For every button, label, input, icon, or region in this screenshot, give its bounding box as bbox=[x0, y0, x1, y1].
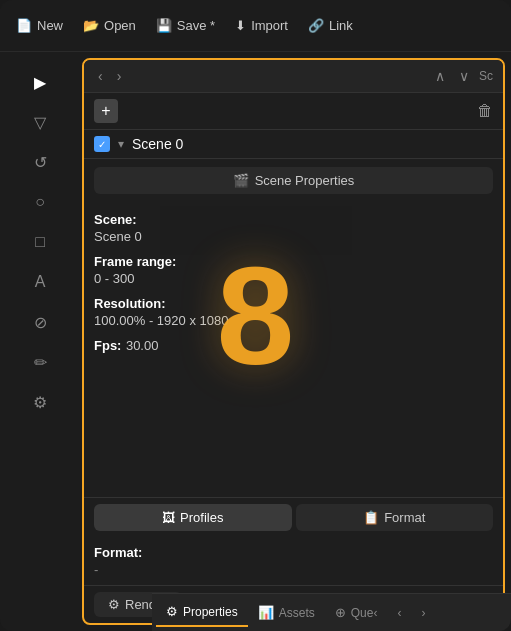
format-section-label: Format: bbox=[94, 545, 493, 560]
properties-panel: ‹ › ∧ ∨ Sc + 🗑 ✓ ▾ Scene 0 bbox=[82, 58, 505, 625]
bottom-tabs: ⚙ Properties 📊 Assets ⊕ Que‹ ‹ › bbox=[152, 593, 511, 631]
tab-nav-fwd[interactable]: › bbox=[411, 600, 435, 626]
resolution-prop-group: Resolution: 100.00% - 1920 x 1080 bbox=[94, 294, 493, 328]
link-button[interactable]: 🔗 Link bbox=[308, 18, 353, 33]
format-section: Format: - bbox=[84, 537, 503, 585]
scene-props-label: Scene Properties bbox=[255, 173, 355, 188]
toolbar-row: + 🗑 bbox=[84, 93, 503, 130]
properties-icon: ⚙ bbox=[166, 604, 178, 619]
tab-queue[interactable]: ⊕ Que‹ bbox=[325, 599, 388, 626]
scene-prop-group: Scene: Scene 0 bbox=[94, 210, 493, 244]
sc-label: Sc bbox=[479, 69, 493, 83]
properties-content: Scene: Scene 0 Frame range: 0 - 300 Reso… bbox=[84, 202, 503, 497]
nav-back-icon[interactable]: ‹ bbox=[94, 66, 107, 86]
tab-nav-back[interactable]: ‹ bbox=[387, 600, 411, 626]
sidebar-text-icon[interactable]: A bbox=[26, 268, 54, 296]
save-button[interactable]: 💾 Save * bbox=[156, 18, 215, 33]
resolution-value: 100.00% - 1920 x 1080 bbox=[94, 313, 493, 328]
new-button[interactable]: 📄 New bbox=[16, 18, 63, 33]
format-section-value: - bbox=[94, 562, 493, 577]
sidebar-rect-icon[interactable]: □ bbox=[26, 228, 54, 256]
fps-value: 30.00 bbox=[126, 338, 159, 353]
nav-forward-icon[interactable]: › bbox=[113, 66, 126, 86]
tab-assets[interactable]: 📊 Assets bbox=[248, 599, 325, 626]
open-button[interactable]: 📂 Open bbox=[83, 18, 136, 33]
panel-down-icon[interactable]: ∨ bbox=[455, 66, 473, 86]
panel-actions: ∧ ∨ Sc bbox=[431, 66, 493, 86]
sidebar-pen-icon[interactable]: ✏ bbox=[26, 348, 54, 376]
assets-tab-label: Assets bbox=[279, 606, 315, 620]
frame-range-label: Frame range: bbox=[94, 254, 176, 269]
scene-label: Scene: bbox=[94, 212, 137, 227]
scene-checkbox[interactable]: ✓ bbox=[94, 136, 110, 152]
sidebar-select-icon[interactable]: ▶ bbox=[26, 68, 54, 96]
profiles-tab[interactable]: 🖼 Profiles bbox=[94, 504, 292, 531]
tab-properties[interactable]: ⚙ Properties bbox=[156, 598, 248, 627]
format-tab[interactable]: 📋 Format bbox=[296, 504, 494, 531]
render-icon: ⚙ bbox=[108, 597, 120, 612]
fps-prop-group: Fps: 30.00 bbox=[94, 336, 493, 354]
scene-dropdown-icon[interactable]: ▾ bbox=[118, 137, 124, 151]
top-bar: 📄 New 📂 Open 💾 Save * ⬇ Import 🔗 Link bbox=[0, 0, 511, 52]
panel-up-icon[interactable]: ∧ bbox=[431, 66, 449, 86]
tab-row: 🖼 Profiles 📋 Format bbox=[84, 497, 503, 537]
sidebar-filter-icon[interactable]: ▽ bbox=[26, 108, 54, 136]
frame-range-value: 0 - 300 bbox=[94, 271, 493, 286]
sidebar-circle-icon[interactable]: ○ bbox=[26, 188, 54, 216]
sidebar-mask-icon[interactable]: ⊘ bbox=[26, 308, 54, 336]
profiles-icon: 🖼 bbox=[162, 510, 175, 525]
scene-row: ✓ ▾ Scene 0 bbox=[84, 130, 503, 159]
fps-label: Fps: bbox=[94, 338, 121, 353]
scene-properties-button[interactable]: 🎬 Scene Properties bbox=[94, 167, 493, 194]
delete-button[interactable]: 🗑 bbox=[477, 102, 493, 120]
sidebar-rotate-icon[interactable]: ↺ bbox=[26, 148, 54, 176]
queue-tab-label: Que‹ bbox=[351, 606, 378, 620]
add-button[interactable]: + bbox=[94, 99, 118, 123]
scene-props-icon: 🎬 bbox=[233, 173, 249, 188]
frame-range-prop-group: Frame range: 0 - 300 bbox=[94, 252, 493, 286]
format-label: Format bbox=[384, 510, 425, 525]
resolution-label: Resolution: bbox=[94, 296, 166, 311]
main-panel: ‹ › ∧ ∨ Sc + 🗑 ✓ ▾ Scene 0 bbox=[76, 52, 511, 631]
left-sidebar: ▶ ▽ ↺ ○ □ A ⊘ ✏ ⚙ bbox=[0, 60, 80, 416]
profiles-label: Profiles bbox=[180, 510, 223, 525]
properties-tab-label: Properties bbox=[183, 605, 238, 619]
assets-icon: 📊 bbox=[258, 605, 274, 620]
queue-icon: ⊕ bbox=[335, 605, 346, 620]
format-icon: 📋 bbox=[363, 510, 379, 525]
sidebar-gear-icon[interactable]: ⚙ bbox=[26, 388, 54, 416]
app-container: 📄 New 📂 Open 💾 Save * ⬇ Import 🔗 Link ▶ … bbox=[0, 0, 511, 631]
import-button[interactable]: ⬇ Import bbox=[235, 18, 288, 33]
scene-name: Scene 0 bbox=[132, 136, 493, 152]
scene-value: Scene 0 bbox=[94, 229, 493, 244]
panel-nav: ‹ › bbox=[94, 66, 125, 86]
panel-header: ‹ › ∧ ∨ Sc bbox=[84, 60, 503, 93]
